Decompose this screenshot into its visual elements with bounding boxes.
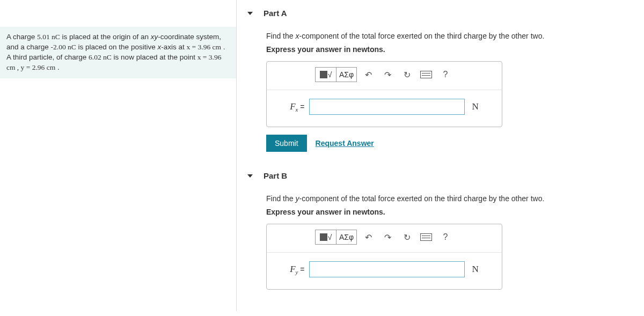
keyboard-icon[interactable] [418, 230, 434, 245]
templates-button[interactable]: √ [316, 230, 336, 244]
charge-1: 5.01 nC [37, 33, 60, 41]
symbols-button[interactable]: ΑΣφ [336, 68, 356, 82]
symbols-button[interactable]: ΑΣφ [336, 230, 356, 244]
reset-icon[interactable]: ↻ [399, 230, 415, 245]
keyboard-icon[interactable] [418, 67, 434, 82]
redo-icon[interactable]: ↷ [379, 67, 396, 82]
part-b-prompt: Find the y-component of the total force … [266, 193, 633, 204]
caret-down-icon [247, 12, 253, 15]
answer-input-fy[interactable] [309, 261, 465, 277]
redo-icon[interactable]: ↷ [379, 230, 396, 245]
answer-toolbar: √ ΑΣφ ↶ ↷ ↻ ? [267, 224, 502, 253]
variable-label: Fy = [290, 264, 304, 275]
part-a-hint: Express your answer in newtons. [266, 45, 633, 54]
position-x1: x = 3.96 cm [186, 43, 221, 51]
problem-text: A charge [6, 33, 37, 41]
answer-toolbar: √ ΑΣφ ↶ ↷ ↻ ? [267, 62, 502, 90]
part-b-header[interactable]: Part B [247, 163, 633, 186]
templates-button[interactable]: √ [316, 68, 336, 82]
answer-input-fx[interactable] [309, 99, 465, 115]
submit-button[interactable]: Submit [266, 135, 307, 152]
undo-icon[interactable]: ↶ [360, 67, 376, 82]
root-icon: √ [328, 233, 332, 241]
template-icon [320, 71, 327, 78]
reset-icon[interactable]: ↻ [399, 67, 415, 82]
undo-icon[interactable]: ↶ [360, 230, 376, 245]
part-b-title: Part B [264, 171, 287, 180]
part-b-answer-box: √ ΑΣφ ↶ ↷ ↻ ? Fy = N [266, 224, 502, 290]
part-a-prompt: Find the x-component of the total force … [266, 31, 633, 42]
unit-label: N [472, 264, 479, 275]
charge-2: -2.00 nC [51, 43, 76, 51]
help-icon[interactable]: ? [437, 230, 453, 245]
part-b-body: Find the y-component of the total force … [247, 193, 633, 300]
root-icon: √ [328, 70, 332, 79]
part-a-title: Part A [264, 9, 287, 18]
frame-label: xy [151, 33, 158, 41]
variable-label: Fx = [290, 101, 304, 113]
help-icon[interactable]: ? [437, 67, 453, 82]
part-b-hint: Express your answer in newtons. [266, 208, 633, 216]
caret-down-icon [247, 174, 253, 178]
request-answer-link[interactable]: Request Answer [316, 139, 374, 148]
template-icon [320, 233, 327, 241]
unit-label: N [472, 101, 479, 112]
part-a-header[interactable]: Part A [247, 0, 633, 23]
part-a-body: Find the x-component of the total force … [247, 31, 633, 163]
charge-3: 6.02 nC [89, 53, 112, 61]
problem-statement: A charge 5.01 nC is placed at the origin… [0, 27, 236, 78]
part-a-answer-box: √ ΑΣφ ↶ ↷ ↻ ? Fx = N [266, 61, 502, 127]
